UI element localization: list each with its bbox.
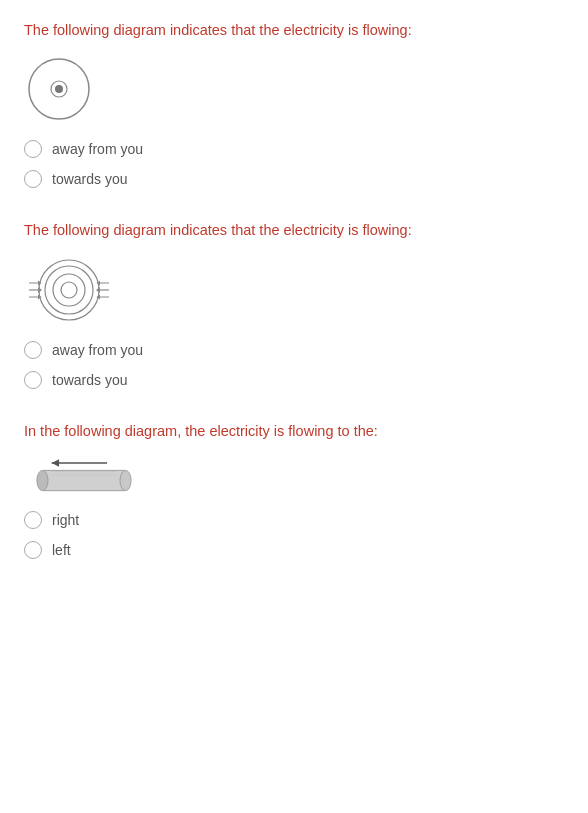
- option-1-towards[interactable]: towards you: [24, 170, 564, 188]
- dot-circle-diagram: [24, 54, 94, 124]
- svg-marker-8: [38, 287, 42, 293]
- svg-point-2: [55, 85, 63, 93]
- options-list-1: away from you towards you: [24, 140, 564, 188]
- radio-3-left[interactable]: [24, 541, 42, 559]
- radio-1-away[interactable]: [24, 140, 42, 158]
- concentric-arrows-diagram: [24, 255, 114, 325]
- svg-point-22: [37, 470, 48, 490]
- question-text-2: The following diagram indicates that the…: [24, 220, 564, 240]
- diagram-3: [24, 455, 564, 495]
- cylinder-arrow-diagram: [24, 455, 144, 495]
- radio-1-towards[interactable]: [24, 170, 42, 188]
- option-label-3-left: left: [52, 542, 71, 558]
- question-text-3: In the following diagram, the electricit…: [24, 421, 564, 441]
- question-block-2: The following diagram indicates that the…: [24, 220, 564, 388]
- svg-point-23: [120, 470, 131, 490]
- option-label-2-away: away from you: [52, 342, 143, 358]
- option-label-1-towards: towards you: [52, 171, 127, 187]
- question-text-1: The following diagram indicates that the…: [24, 20, 564, 40]
- option-3-right[interactable]: right: [24, 511, 564, 529]
- option-label-3-right: right: [52, 512, 79, 528]
- question-block-1: The following diagram indicates that the…: [24, 20, 564, 188]
- option-2-towards[interactable]: towards you: [24, 371, 564, 389]
- radio-2-towards[interactable]: [24, 371, 42, 389]
- svg-marker-14: [96, 287, 100, 293]
- diagram-2: [24, 255, 564, 325]
- svg-point-3: [61, 282, 77, 298]
- option-label-1-away: away from you: [52, 141, 143, 157]
- question-block-3: In the following diagram, the electricit…: [24, 421, 564, 559]
- options-list-3: right left: [24, 511, 564, 559]
- svg-point-6: [39, 260, 99, 320]
- radio-3-right[interactable]: [24, 511, 42, 529]
- diagram-1: [24, 54, 564, 124]
- options-list-2: away from you towards you: [24, 341, 564, 389]
- svg-rect-21: [42, 470, 125, 490]
- option-2-away[interactable]: away from you: [24, 341, 564, 359]
- radio-2-away[interactable]: [24, 341, 42, 359]
- option-3-left[interactable]: left: [24, 541, 564, 559]
- svg-marker-20: [52, 459, 59, 466]
- svg-point-4: [53, 274, 85, 306]
- option-1-away[interactable]: away from you: [24, 140, 564, 158]
- option-label-2-towards: towards you: [52, 372, 127, 388]
- svg-point-5: [45, 266, 93, 314]
